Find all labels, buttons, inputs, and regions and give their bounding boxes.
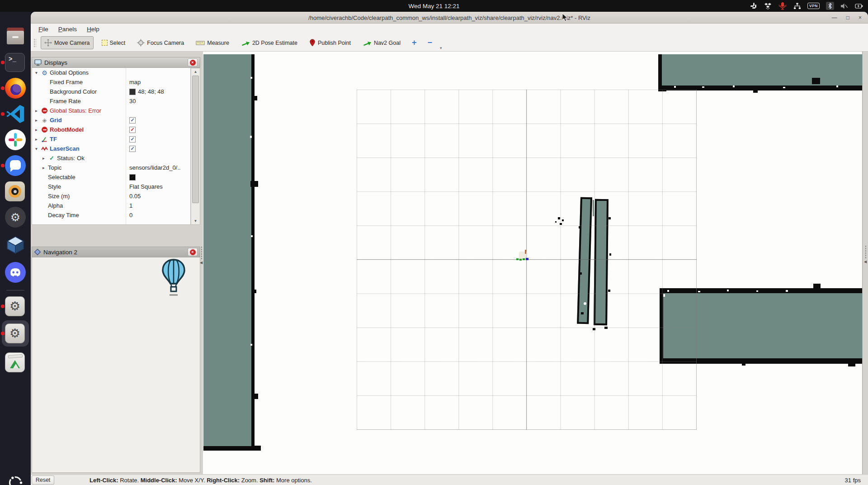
expander-icon[interactable]: ▸ [33,108,39,113]
clock[interactable]: Wed May 21 12:21 [0,0,868,12]
tree-row-decay-time[interactable]: Decay Time 0 [32,210,190,220]
tree-row-status-ok[interactable]: ▸✓Status: Ok [32,153,190,163]
nav2-close-button[interactable]: × [188,248,198,256]
nav2-panel-header[interactable]: Navigation 2 × [32,247,200,257]
menu-file[interactable]: File [33,25,53,33]
tree-row-robotmodel[interactable]: ▸RobotModel ✓ [32,125,190,134]
tree-row-topic[interactable]: ▸Topic sensors/lidar2d_0/.. [32,163,190,172]
expander-icon[interactable]: ▸ [33,127,39,132]
pose-estimate-tool[interactable]: 2D Pose Estimate [237,37,301,49]
close-icon: × [190,249,196,255]
dock-item-slack[interactable] [5,129,26,150]
expander-icon[interactable]: ▸ [33,137,39,142]
row-label: Status: Ok [57,155,85,162]
window-controls: — □ × [832,12,862,24]
notification-dot [1,61,5,64]
dock-item-discord[interactable] [5,262,26,283]
expander-icon[interactable]: ▸ [33,118,39,123]
displays-panel-header[interactable]: Displays × [32,57,200,68]
rviz-gear-icon: ⚙ [5,296,25,316]
dock-item-virtualbox[interactable] [5,234,26,255]
toolbar-overflow-icon[interactable]: ▾ [440,46,442,50]
collapse-left-icon[interactable]: ◀ [200,261,203,265]
measure-tool[interactable]: Measure [192,37,233,49]
select-icon [102,40,108,46]
add-tool-button[interactable]: + [409,38,420,48]
expander-icon[interactable]: ▸ [41,156,47,161]
tree-row-global-status[interactable]: ▸Global Status: Error [32,106,190,115]
focus-camera-tool[interactable]: Focus Camera [133,36,188,49]
displays-close-button[interactable]: × [188,58,198,67]
dock-item-terminal[interactable]: >_ [5,52,26,73]
tree-row-fixed-frame[interactable]: Fixed Frame map [32,77,190,87]
window-title: /home/civerachb/Code/clearpath_common_ws… [31,12,868,24]
alpha-value: 1 [129,202,132,209]
collapse-left-icon[interactable]: ◀ [864,260,867,264]
dock-item-show-apps[interactable] [7,474,28,485]
title-bar[interactable]: /home/civerachb/Code/clearpath_common_ws… [31,12,868,24]
maximize-button[interactable]: □ [846,14,849,21]
remove-tool-button[interactable]: − [424,38,435,48]
menu-help[interactable]: Help [82,25,104,33]
dock-item-files[interactable] [5,26,26,47]
expander-icon[interactable]: ▾ [33,70,39,75]
scroll-down-icon[interactable]: ▼ [191,219,200,223]
splitter-grip[interactable] [865,245,867,259]
dock-item-firefox[interactable] [5,78,26,99]
tree-row-background-color[interactable]: Background Color 48; 48; 48 [32,87,190,96]
dock-item-vscode[interactable] [5,104,26,124]
right-panel-collapsed-strip[interactable]: ◀ [862,52,868,474]
system-tray[interactable]: VPN [750,0,863,12]
scrollbar-thumb[interactable] [192,76,199,203]
toolbar-grip[interactable] [33,38,36,48]
tree-row-global-options[interactable]: ▾⚙Global Options [32,68,190,77]
tree-row-size[interactable]: Size (m) 0.05 [32,191,190,201]
nav2-goal-tool[interactable]: Nav2 Goal [359,37,404,49]
row-label: TF [50,136,57,143]
row-label: Global Status: Error [50,107,101,114]
publish-point-tool[interactable]: Publish Point [306,36,354,49]
dock-item-settings[interactable]: ⚙ [5,207,26,228]
selectable-checkbox[interactable]: ✓ [129,174,136,181]
background-color-value: 48; 48; 48 [138,88,164,95]
expander-icon[interactable]: ▾ [33,146,39,151]
tree-row-tf[interactable]: ▸TF ✓ [32,134,190,144]
color-swatch [129,89,136,95]
grid-checkbox[interactable]: ✓ [129,117,136,124]
tf-checkbox[interactable]: ✓ [129,136,136,143]
panel-view-splitter[interactable]: ◀ [200,52,203,474]
dock-item-signal[interactable] [5,155,26,176]
render-viewport[interactable]: ◀ [201,52,868,474]
laserscan-point-green [523,258,525,260]
row-label: Grid [50,117,62,124]
dock-item-rviz[interactable]: ⚙ [5,296,26,317]
reset-button[interactable]: Reset [32,475,54,485]
dock-item-media-player[interactable] [5,181,26,202]
minimize-button[interactable]: — [832,14,837,21]
row-label: Size (m) [48,193,70,200]
tree-row-grid[interactable]: ▸◈Grid ✓ [32,115,190,125]
displays-icon [34,59,42,66]
close-button[interactable]: × [859,14,862,21]
tree-row-laserscan[interactable]: ▾LaserScan ✓ [32,144,190,153]
displays-scrollbar[interactable]: ▲ ▼ [191,68,200,225]
laserscan-checkbox[interactable]: ✓ [129,146,136,152]
dock-item-rviz-active[interactable]: ⚙ [5,323,26,344]
robotmodel-checkbox[interactable]: ✓ [129,127,136,133]
splitter-grip[interactable] [201,246,203,260]
tree-row-frame-rate[interactable]: Frame Rate 30 [32,96,190,106]
menu-panels[interactable]: Panels [53,25,82,33]
tree-row-style[interactable]: Style Flat Squares [32,182,190,191]
notification-dot [1,304,5,308]
map-wall-right-middle [660,288,863,364]
move-camera-tool[interactable]: Move Camera [41,36,94,49]
network-tray-icon [793,3,801,10]
tree-row-alpha[interactable]: Alpha 1 [32,201,190,210]
fixed-frame-value: map [129,79,141,86]
dock-item-trash[interactable] [5,352,26,373]
row-label: LaserScan [50,145,80,152]
select-tool[interactable]: Select [98,37,129,49]
expander-icon[interactable]: ▸ [41,165,47,170]
scroll-up-icon[interactable]: ▲ [191,70,200,74]
tree-row-selectable[interactable]: Selectable ✓ [32,172,190,182]
